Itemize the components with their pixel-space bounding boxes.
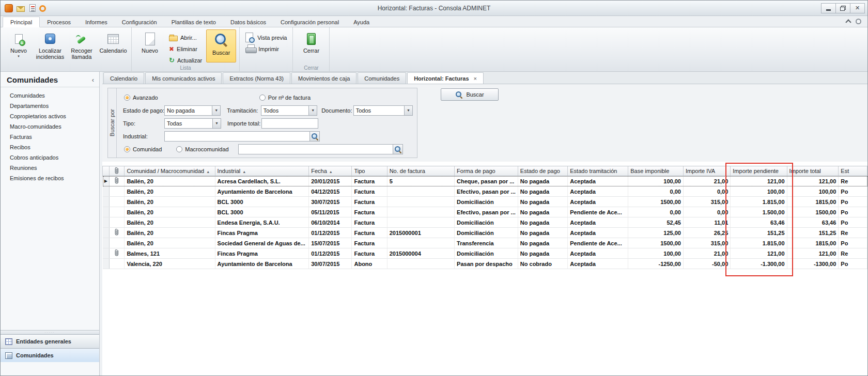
sidebar-item-emisiones-de-recibos[interactable]: Emisiones de recibos <box>1 173 99 183</box>
ribbon-options-icon[interactable] <box>856 19 861 24</box>
calendario-button[interactable]: Calendario <box>98 29 128 62</box>
radio-comunidad-icon <box>124 146 130 152</box>
table-row[interactable]: Bailén, 20BCL 300005/11/2015FacturaEfect… <box>103 207 867 217</box>
menu-tab-procesos[interactable]: Procesos <box>40 17 78 27</box>
cell-factura <box>387 238 454 248</box>
chevron-down-icon[interactable]: ▼ <box>404 106 412 115</box>
eliminar-button[interactable]: ✖ Eliminar <box>166 44 205 54</box>
actualizar-button[interactable]: ↻ Actualizar <box>166 55 205 65</box>
column-header-est[interactable]: Est <box>839 166 867 176</box>
document-tab-movimientos-de-caja[interactable]: Movimientos de caja <box>291 72 357 84</box>
table-row[interactable]: Balmes, 121Fincas Pragma01/12/2015Factur… <box>103 248 867 259</box>
menu-tab-principal[interactable]: Principal <box>3 17 40 27</box>
document-tab-mis-comunicados-activos[interactable]: Mis comunicados activos <box>145 72 222 84</box>
sidebar-item-copropietarios-activos[interactable]: Copropietarios activos <box>1 111 99 121</box>
menu-tab-plantillas-de-texto[interactable]: Plantillas de texto <box>164 17 223 27</box>
chevron-down-icon[interactable]: ▼ <box>308 106 317 115</box>
document-tab-extractos-norma-43[interactable]: Extractos (Norma 43) <box>223 72 290 84</box>
chevron-down-icon[interactable]: ▼ <box>212 106 220 115</box>
column-header-iva[interactable]: Importe IVA <box>683 166 730 176</box>
nuevo-label: Nuevo <box>142 48 158 54</box>
sidebar-item-comunidades[interactable]: Comunidades <box>1 90 99 101</box>
cell-tipo: Factura <box>352 197 387 207</box>
sidebar-item-departamentos[interactable]: Departamentos <box>1 101 99 111</box>
nuevo-button[interactable]: Nuevo <box>135 29 165 62</box>
table-row[interactable]: Bailén, 20Sociedad General de Aguas de..… <box>103 238 867 248</box>
column-header-industrial[interactable]: Industrial▲ <box>215 166 309 176</box>
splitter-grip[interactable]: ····· <box>1 330 99 334</box>
menu-tab-datos-b-sicos[interactable]: Datos básicos <box>223 17 273 27</box>
column-header-label: Importe IVA <box>686 168 715 174</box>
document-tab-calendario[interactable]: Calendario <box>103 72 144 84</box>
sidebar-collapse-icon[interactable]: ‹ <box>92 76 94 84</box>
table-row[interactable]: Valencia, 220Ayuntamiento de Barcelona30… <box>103 259 867 269</box>
table-row[interactable]: Bailén, 20BCL 300030/07/2015FacturaDomic… <box>103 197 867 207</box>
radio-comunidad[interactable]: Comunidad <box>124 146 162 152</box>
sidebar-item-reuniones[interactable]: Reuniones <box>1 163 99 173</box>
vista-previa-button[interactable]: Vista previa <box>243 33 289 42</box>
menu-tab-configuraci-n[interactable]: Configuración <box>115 17 164 27</box>
document-tab-horizontal-facturas[interactable]: Horizontal: Facturas× <box>407 72 484 84</box>
minimize-button[interactable] <box>821 3 836 13</box>
column-header-forma[interactable]: Forma de pago <box>455 166 518 176</box>
column-header-estado_pago[interactable]: Estado de pago <box>518 166 567 176</box>
table-row[interactable]: Bailén, 20Endesa Energia, S.A.U.06/10/20… <box>103 217 867 228</box>
tipo-combo[interactable]: Todas ▼ <box>164 118 221 129</box>
column-header-fecha[interactable]: Fecha▲ <box>309 166 352 176</box>
sidebar-item-cobros-anticipados[interactable]: Cobros anticipados <box>1 152 99 163</box>
industrial-input[interactable] <box>164 131 310 142</box>
cerrar-button[interactable]: Cerrar <box>296 29 326 62</box>
close-button[interactable]: ✕ <box>850 3 865 13</box>
recoger-llamada-button[interactable]: Recoger llamada <box>67 29 97 62</box>
nav-button-comunidades[interactable]: Comunidades <box>1 348 99 362</box>
document-tab-comunidades[interactable]: Comunidades <box>358 72 406 84</box>
mail-icon[interactable] <box>17 6 25 12</box>
table-row[interactable]: ▶Bailén, 20Acresa Cardellach, S.L.20/01/… <box>103 176 867 186</box>
table-row[interactable]: Bailén, 20Fincas Pragma01/12/2015Factura… <box>103 228 867 238</box>
ring-icon[interactable] <box>39 5 46 12</box>
estado-pago-combo[interactable]: No pagada ▼ <box>164 105 221 116</box>
cell-total: -1300,00 <box>787 259 839 269</box>
buscar-button[interactable]: Buscar <box>206 29 236 62</box>
menu-tab-informes[interactable]: Informes <box>78 17 115 27</box>
abrir-button[interactable]: Abrir... <box>166 33 205 42</box>
radio-avanzado[interactable]: Avanzado <box>124 95 158 101</box>
column-header-estado_tram[interactable]: Estado tramitación <box>568 166 628 176</box>
document-tab-label: Horizontal: Facturas <box>414 75 469 82</box>
sidebar-item-macro-comunidades[interactable]: Macro-comunidades <box>1 121 99 132</box>
localizar-incidencias-button[interactable]: Localizar incidencias <box>35 29 65 62</box>
radio-macrocomunidad[interactable]: Macrocomunidad <box>176 146 228 152</box>
imprimir-button[interactable]: Imprimir <box>243 44 289 54</box>
tab-close-icon[interactable]: × <box>474 75 477 82</box>
buscar-panel-button[interactable]: Buscar <box>441 88 499 101</box>
tramitacion-combo[interactable]: Todos ▼ <box>261 105 317 116</box>
radio-por-num-factura[interactable]: Por nº de factura <box>259 95 311 101</box>
importe-total-input[interactable] <box>261 118 318 129</box>
attachment-cell <box>110 176 125 186</box>
column-header-factura[interactable]: No. de factura <box>387 166 454 176</box>
industrial-search-button[interactable] <box>310 131 320 142</box>
app-logo-icon[interactable] <box>5 4 13 12</box>
menu-tab-configuraci-n-personal[interactable]: Configuración personal <box>273 17 346 27</box>
column-header-tipo[interactable]: Tipo <box>352 166 387 176</box>
report-icon[interactable] <box>29 4 36 12</box>
preview-icon <box>245 33 255 43</box>
comunidad-search-button[interactable] <box>393 144 403 154</box>
cell-estado_tram: Aceptada <box>568 228 628 238</box>
column-header-total[interactable]: Importe total <box>787 166 839 176</box>
sidebar-item-facturas[interactable]: Facturas <box>1 132 99 142</box>
sidebar-item-recibos[interactable]: Recibos <box>1 142 99 152</box>
attachment-column-header[interactable] <box>110 166 125 176</box>
table-row[interactable]: Bailén, 20Ayuntamiento de Barcelona04/12… <box>103 186 867 197</box>
comunidad-input[interactable] <box>238 144 393 154</box>
menu-tab-ayuda[interactable]: Ayuda <box>346 17 377 27</box>
restore-button[interactable] <box>835 3 850 13</box>
nav-button-entidades-generales[interactable]: Entidades generales <box>1 334 99 348</box>
ribbon-collapse-icon[interactable] <box>845 19 851 25</box>
documento-combo[interactable]: Todos ▼ <box>353 105 413 116</box>
column-header-comunidad[interactable]: Comunidad / Macrocomunidad▲ <box>125 166 215 176</box>
nuevo-split-button[interactable]: + Nuevo ▾ <box>4 29 34 62</box>
column-header-pendiente[interactable]: Importe pendiente <box>731 166 787 176</box>
column-header-base[interactable]: Base imponible <box>628 166 684 176</box>
chevron-down-icon[interactable]: ▼ <box>212 119 221 128</box>
